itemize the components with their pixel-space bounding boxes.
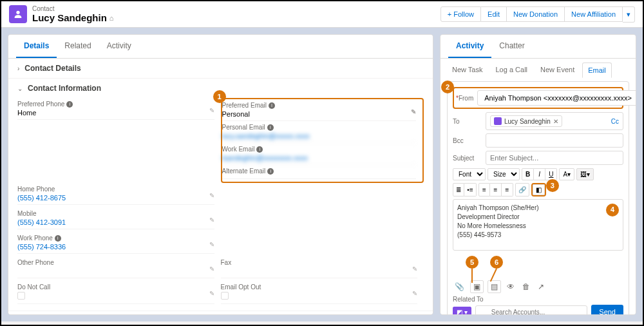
label-email-opt-out: Email Opt Out xyxy=(221,283,418,291)
size-select[interactable]: Size xyxy=(488,168,520,180)
preview-icon[interactable]: 👁 xyxy=(505,280,516,293)
edit-icon[interactable]: ✎ xyxy=(209,290,214,297)
value-home-phone[interactable]: (555) 412-8675 xyxy=(17,193,214,205)
signature-line: (555) 445-9573 xyxy=(457,231,619,240)
activity-sub-tabs: New Task Log a Call New Event Email xyxy=(440,59,636,81)
source-button[interactable]: ◧ xyxy=(533,184,545,195)
checkbox-email-opt-out[interactable] xyxy=(221,292,229,300)
label-mobile: Mobile xyxy=(17,210,214,217)
cc-link[interactable]: Cc xyxy=(611,118,619,125)
value-mobile[interactable]: (555) 412-3091 xyxy=(17,217,214,229)
link-button[interactable]: 🔗 xyxy=(515,183,529,197)
follow-button[interactable]: + Follow xyxy=(440,6,481,22)
info-icon[interactable]: i xyxy=(55,235,61,242)
related-search-input[interactable] xyxy=(475,305,588,316)
signature-line: Development Director xyxy=(457,213,619,222)
tab-activity-right[interactable]: Activity xyxy=(448,35,491,58)
checkbox-do-not-call[interactable] xyxy=(17,292,25,300)
sub-tab-new-task[interactable]: New Task xyxy=(447,62,488,77)
text-color-button[interactable]: A▾ xyxy=(559,168,574,180)
callout-2: 2 xyxy=(441,81,454,93)
label-work-email: Work Email xyxy=(222,146,255,153)
clear-icon[interactable]: 🗑 xyxy=(520,280,532,293)
bold-button[interactable]: B xyxy=(522,168,534,180)
tab-related[interactable]: Related xyxy=(57,35,99,58)
popout-icon[interactable]: ↗ xyxy=(536,280,546,293)
font-select[interactable]: Font xyxy=(453,168,486,180)
label-home-phone: Home Phone xyxy=(17,186,214,193)
edit-icon[interactable]: ✎ xyxy=(209,241,214,248)
related-to-label: Related To xyxy=(453,296,623,303)
info-icon[interactable]: i xyxy=(267,168,274,175)
italic-button[interactable]: I xyxy=(534,168,545,180)
svg-point-0 xyxy=(16,11,19,14)
edit-icon[interactable]: ✎ xyxy=(209,265,214,273)
sub-tab-new-event[interactable]: New Event xyxy=(535,62,580,77)
edit-icon[interactable]: ✎ xyxy=(209,216,214,224)
details-panel: Details Related Activity ›Contact Detail… xyxy=(8,34,433,315)
value-work-phone[interactable]: (555) 724-8336 xyxy=(17,242,214,254)
align-left-button[interactable]: ≡ xyxy=(478,183,490,197)
insert-merge-field-button[interactable]: ▤ xyxy=(488,280,501,293)
label-personal-email: Personal Email xyxy=(222,124,265,131)
email-composer: 2 *From Aniyah Thompson <xxxxxxx@xxxxxxx… xyxy=(447,81,629,315)
remove-icon[interactable]: ✕ xyxy=(553,118,558,125)
align-center-button[interactable]: ≡ xyxy=(490,183,502,197)
callout-5: 5 xyxy=(466,256,478,269)
tab-chatter[interactable]: Chatter xyxy=(491,35,532,58)
contact-icon xyxy=(494,117,502,125)
edit-icon[interactable]: ✎ xyxy=(412,290,417,297)
to-pill[interactable]: Lucy Sandeghin✕ xyxy=(490,115,562,127)
info-icon[interactable]: i xyxy=(66,101,73,108)
value-work-email[interactable]: lsandeghin@xxxxxxxx.xxxx xyxy=(222,153,417,165)
sub-tab-log-call[interactable]: Log a Call xyxy=(490,62,533,77)
right-tabs: Activity Chatter xyxy=(440,35,636,59)
label-other-phone: Other Phone xyxy=(17,259,214,266)
email-actions: 📎 ▣ ▤ 👁 🗑 ↗ xyxy=(453,280,623,293)
callout-3: 3 xyxy=(546,179,559,192)
related-type-button[interactable]: ◩ ▾ xyxy=(453,307,471,316)
value-preferred-email: Personal xyxy=(222,109,417,121)
value-preferred-phone: Home xyxy=(17,108,214,120)
new-donation-button[interactable]: New Donation xyxy=(507,6,565,22)
tab-details[interactable]: Details xyxy=(16,35,57,58)
edit-icon[interactable]: ✎ xyxy=(411,108,416,115)
editor-toolbar: Font Size B I U A▾ 🖼▾ xyxy=(453,168,623,180)
label-work-phone: Work Phone xyxy=(17,235,53,242)
number-list-button[interactable]: ⦁≡ xyxy=(464,183,477,197)
send-button[interactable]: Send xyxy=(591,305,623,315)
sub-tab-email[interactable]: Email xyxy=(582,62,612,78)
bcc-input[interactable] xyxy=(486,133,623,148)
image-button[interactable]: 🖼▾ xyxy=(576,168,594,180)
edit-icon[interactable]: ✎ xyxy=(209,192,214,199)
left-tabs: Details Related Activity xyxy=(8,35,433,59)
info-icon[interactable]: i xyxy=(256,146,263,153)
attach-icon[interactable]: 📎 xyxy=(453,280,466,293)
subject-input[interactable] xyxy=(486,151,623,165)
info-icon[interactable]: i xyxy=(267,124,274,131)
record-name: Lucy Sandeghin xyxy=(32,12,107,23)
bullet-list-button[interactable]: ≣ xyxy=(453,183,464,197)
subject-label: Subject xyxy=(453,155,482,162)
tab-activity[interactable]: Activity xyxy=(99,35,139,58)
new-affiliation-button[interactable]: New Affiliation xyxy=(565,6,623,22)
email-body[interactable]: 4 Aniyah Thompson (She/Her) Development … xyxy=(453,199,623,251)
edit-icon[interactable]: ✎ xyxy=(412,265,417,273)
section-address-info[interactable]: ›Address Information xyxy=(8,311,433,315)
follow-label: Follow xyxy=(453,10,474,18)
label-preferred-email: Preferred Email xyxy=(222,102,267,109)
label-alternate-email: Alternate Email xyxy=(222,168,266,175)
from-select[interactable]: Aniyah Thompson <xxxxxxx@xxxxxxxxx.xxxx> xyxy=(477,90,636,106)
section-contact-details[interactable]: ›Contact Details xyxy=(8,59,433,78)
hierarchy-icon[interactable]: ⌂ xyxy=(109,14,114,22)
to-field[interactable]: Lucy Sandeghin✕ Cc xyxy=(486,112,623,130)
more-actions-button[interactable]: ▾ xyxy=(623,6,635,23)
edit-button[interactable]: Edit xyxy=(481,6,507,22)
label-fax: Fax xyxy=(221,259,418,266)
record-header: Contact Lucy Sandeghin ⌂ + Follow Edit N… xyxy=(1,1,643,28)
align-right-button[interactable]: ≡ xyxy=(502,183,513,197)
value-alternate-email xyxy=(222,175,417,179)
edit-icon[interactable]: ✎ xyxy=(209,107,214,114)
value-personal-email[interactable]: lucy.sandeghin@xxxxx.xxxx xyxy=(222,131,417,143)
info-icon[interactable]: i xyxy=(269,102,275,109)
